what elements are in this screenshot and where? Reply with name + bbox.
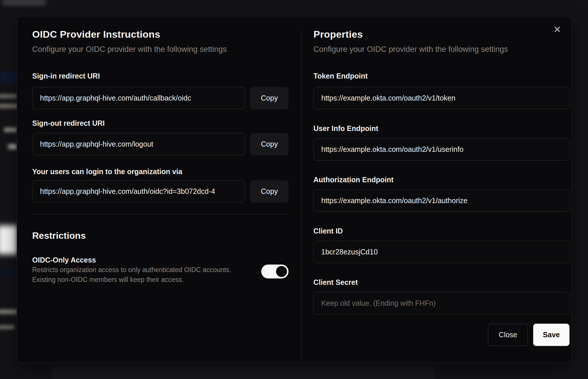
copy-sign-in-uri-button[interactable]: Copy <box>250 87 288 109</box>
background-blur-fragment <box>0 325 14 329</box>
properties-pane: ✕ Properties Configure your OIDC provide… <box>301 16 572 363</box>
oidc-only-access-label: OIDC-Only Access <box>32 255 253 265</box>
properties-title: Properties <box>313 28 569 41</box>
dialog-footer: Close Save <box>313 324 569 346</box>
token-endpoint-row <box>313 87 569 109</box>
oidc-settings-dialog: OIDC Provider Instructions Configure you… <box>17 16 572 363</box>
client-id-input[interactable] <box>313 241 569 263</box>
sign-out-redirect-uri-label: Sign-out redirect URI <box>32 119 288 128</box>
section-divider <box>32 214 288 214</box>
toggle-knob <box>276 266 287 277</box>
token-endpoint-input[interactable] <box>313 87 569 109</box>
oidc-only-access-text: OIDC-Only Access Restricts organization … <box>32 255 253 285</box>
user-info-endpoint-input[interactable] <box>313 138 569 161</box>
token-endpoint-label: Token Endpoint <box>313 71 569 81</box>
client-secret-input[interactable] <box>313 292 569 314</box>
oidc-only-access-description-line1: Restricts organization access to only au… <box>32 265 253 275</box>
properties-subtitle: Configure your OIDC provider with the fo… <box>313 44 569 54</box>
client-secret-row <box>313 292 569 314</box>
background-blur-fragment <box>0 309 17 314</box>
authorization-endpoint-input[interactable] <box>313 190 569 212</box>
background-blur-fragment <box>0 225 17 254</box>
copy-organization-login-uri-button[interactable]: Copy <box>250 180 288 203</box>
sign-out-redirect-uri-input[interactable] <box>32 133 245 155</box>
background-blur-fragment <box>0 94 17 98</box>
instructions-subtitle: Configure your OIDC provider with the fo… <box>32 44 288 54</box>
organization-login-uri-input[interactable] <box>32 180 245 203</box>
oidc-only-access-row: OIDC-Only Access Restricts organization … <box>32 255 288 285</box>
sign-in-redirect-uri-input[interactable] <box>32 87 245 109</box>
instructions-pane: OIDC Provider Instructions Configure you… <box>17 16 301 363</box>
user-info-endpoint-label: User Info Endpoint <box>313 124 569 133</box>
close-icon[interactable]: ✕ <box>551 23 564 36</box>
instructions-title: OIDC Provider Instructions <box>32 28 288 41</box>
sign-out-redirect-uri-row: Copy <box>32 133 288 155</box>
restrictions-heading: Restrictions <box>32 229 288 242</box>
client-secret-label: Client Secret <box>313 278 569 287</box>
authorization-endpoint-label: Authorization Endpoint <box>313 175 569 184</box>
organization-login-uri-row: Copy <box>32 180 288 203</box>
save-button[interactable]: Save <box>533 324 569 346</box>
close-button[interactable]: Close <box>488 324 528 346</box>
background-blur-fragment <box>4 127 17 132</box>
background-blur-fragment <box>52 366 435 379</box>
oidc-only-access-toggle[interactable] <box>261 265 288 278</box>
client-id-label: Client ID <box>313 226 569 236</box>
user-info-endpoint-row <box>313 138 569 161</box>
background-blur-fragment <box>0 104 19 108</box>
authorization-endpoint-row <box>313 190 569 212</box>
sign-in-redirect-uri-label: Sign-in redirect URI <box>32 71 288 81</box>
organization-login-uri-label: Your users can login to the organization… <box>32 167 288 176</box>
oidc-only-access-description-line2: Existing non-OIDC members will keep thei… <box>32 275 253 285</box>
client-id-row <box>313 241 569 263</box>
background-blur-fragment <box>8 144 17 149</box>
sign-in-redirect-uri-row: Copy <box>32 87 288 109</box>
copy-sign-out-uri-button[interactable]: Copy <box>250 133 288 155</box>
background-blur-fragment <box>2 0 46 5</box>
